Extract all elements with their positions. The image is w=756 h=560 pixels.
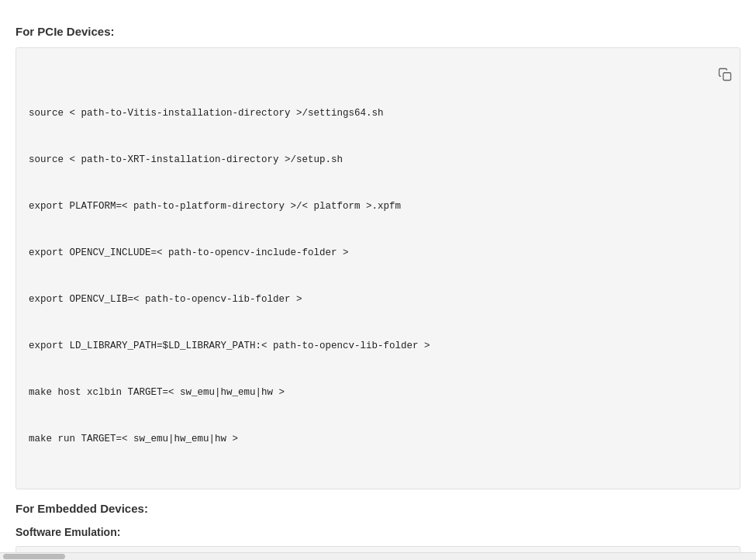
pcie-copy-button[interactable] <box>699 54 734 97</box>
sw-emulation-title: Software Emulation: <box>16 526 740 538</box>
copy-icon <box>718 67 732 81</box>
code-line: source < path-to-Vitis-installation-dire… <box>29 105 727 121</box>
code-line: source < path-to-XRT-installation-direct… <box>29 152 727 168</box>
code-line: export OPENCV_INCLUDE=< path-to-opencv-i… <box>29 245 727 261</box>
code-line: export LD_LIBRARY_PATH=$LD_LIBRARY_PATH:… <box>29 338 727 354</box>
pcie-title: For PCIe Devices: <box>16 25 740 38</box>
embedded-section: For Embedded Devices: Software Emulation… <box>16 502 740 560</box>
embedded-title: For Embedded Devices: <box>16 502 740 515</box>
pcie-code-block: source < path-to-Vitis-installation-dire… <box>16 47 740 489</box>
code-line: make run TARGET=< sw_emu|hw_emu|hw > <box>29 431 727 447</box>
scrollbar-area[interactable] <box>0 552 756 560</box>
code-line: export PLATFORM=< path-to-platform-direc… <box>29 199 727 214</box>
pcie-section: For PCIe Devices: source < path-to-Vitis… <box>16 25 740 489</box>
code-line: make host xclbin TARGET=< sw_emu|hw_emu|… <box>29 385 727 400</box>
code-line: export OPENCV_LIB=< path-to-opencv-lib-f… <box>29 292 727 307</box>
scrollbar-thumb[interactable] <box>3 554 65 559</box>
svg-rect-0 <box>723 73 731 81</box>
